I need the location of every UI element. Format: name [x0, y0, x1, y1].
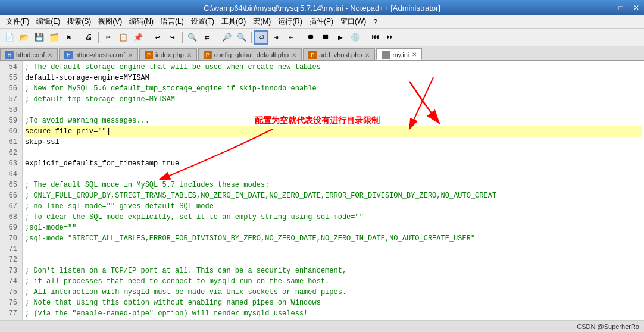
minimize-button[interactable]: － — [598, 0, 613, 15]
menu-plugins[interactable]: 插件(P) — [306, 15, 337, 28]
tab-close-config-global[interactable]: ✕ — [292, 52, 296, 58]
tb-indent[interactable]: ⇥ — [269, 30, 283, 45]
code-line-60: secure_file_priv=""| — [25, 126, 642, 137]
tab-close-index-php[interactable]: ✕ — [187, 52, 192, 58]
tab-close-add-vhost[interactable]: ✕ — [365, 52, 370, 58]
tab-httpd-conf[interactable]: H httpd.conf ✕ — [0, 48, 58, 60]
line-number-72: 72 — [2, 255, 17, 265]
tab-my-ini[interactable]: I my.ini ✕ — [376, 48, 422, 60]
menu-file[interactable]: 文件(F) — [2, 15, 33, 28]
tb-saveall[interactable]: 🗂️ — [47, 30, 61, 45]
tab-label-httpd-vhosts: httpd-vhosts.conf — [75, 51, 125, 58]
editor[interactable]: 5455565758596061626364656667686970717273… — [0, 61, 644, 320]
tb-macro-play[interactable]: ▶ — [333, 30, 348, 45]
code-line-59: ;To avoid warning messages... — [25, 115, 642, 126]
tb-redo[interactable]: ↪ — [165, 30, 180, 45]
line-number-60: 60 — [2, 126, 17, 137]
maximize-button[interactable]: □ — [613, 0, 629, 15]
code-line-67: ; no line sql-mode="" gives default SQL … — [25, 201, 642, 212]
tb-open[interactable]: 📂 — [17, 30, 32, 45]
line-number-69: 69 — [2, 223, 17, 233]
line-number-77: 77 — [2, 308, 17, 319]
menu-help[interactable]: ? — [370, 17, 381, 27]
line-number-73: 73 — [2, 265, 17, 276]
tabs-bar: H httpd.conf ✕ H httpd-vhosts.conf ✕ P i… — [0, 46, 644, 61]
code-line-74: ; if all processes that need to connect … — [25, 276, 642, 287]
code-line-62 — [25, 148, 642, 158]
code-line-57: ; default_tmp_storage_engine=MYISAM — [25, 94, 642, 105]
tb-wordwrap[interactable]: ⏎ — [254, 30, 268, 45]
tb-sep5 — [217, 32, 217, 43]
tb-paste[interactable]: 📌 — [131, 30, 145, 45]
tab-index-php[interactable]: P index.php ✕ — [139, 48, 197, 60]
code-line-61: skip-ssl — [25, 137, 642, 148]
tab-httpd-vhosts[interactable]: H httpd-vhosts.conf ✕ — [59, 48, 138, 60]
code-lines: ; The default storage engine that will b… — [23, 61, 644, 320]
code-line-63: explicit_defaults_for_timestamp=true — [25, 158, 642, 169]
menu-encoding[interactable]: 编码(N) — [126, 15, 157, 28]
tab-close-my-ini[interactable]: ✕ — [412, 51, 417, 58]
title-text: C:\wamp64\bin\mysql\mysql5.7.14\my.ini -… — [204, 4, 440, 12]
tb-macro-save[interactable]: 💿 — [348, 30, 362, 45]
tab-icon-httpd-vhosts: H — [64, 51, 73, 59]
menu-window[interactable]: 窗口(W) — [337, 15, 370, 28]
tb-macro-stop[interactable]: ⏹ — [318, 30, 333, 45]
tb-copy[interactable]: 📋 — [116, 30, 130, 45]
tb-find[interactable]: 🔍 — [185, 30, 199, 45]
title-bar-controls: － □ ✕ — [598, 0, 644, 15]
code-line-68: ; To clear the SQL mode explicitly, set … — [25, 212, 642, 223]
tb-unindent[interactable]: ⇤ — [284, 30, 298, 45]
code-line-58 — [25, 105, 642, 115]
tb-sep4 — [182, 32, 183, 43]
line-number-61: 61 — [2, 137, 17, 148]
tb-zoomout[interactable]: 🔍 — [235, 30, 249, 45]
tb-save[interactable]: 💾 — [32, 30, 46, 45]
title-bar: C:\wamp64\bin\mysql\mysql5.7.14\my.ini -… — [0, 0, 644, 15]
tb-zoomin[interactable]: 🔎 — [220, 30, 234, 45]
tab-icon-add-vhost: P — [308, 51, 317, 59]
menu-tools[interactable]: 工具(O) — [218, 15, 249, 28]
line-number-75: 75 — [2, 287, 17, 297]
menu-settings[interactable]: 设置(T) — [187, 15, 218, 28]
close-button[interactable]: ✕ — [629, 0, 644, 15]
line-number-70: 70 — [2, 233, 17, 244]
line-number-65: 65 — [2, 180, 17, 190]
tab-config-global[interactable]: P config_global_default.php ✕ — [198, 48, 302, 60]
line-number-67: 67 — [2, 201, 17, 212]
menu-run[interactable]: 运行(R) — [274, 15, 306, 28]
code-line-65: ; The default SQL mode in MySQL 5.7 incl… — [25, 180, 642, 190]
tb-undo[interactable]: ↩ — [151, 30, 165, 45]
menu-bar: 文件(F) 编辑(E) 搜索(S) 视图(V) 编码(N) 语言(L) 设置(T… — [0, 15, 644, 29]
line-number-54: 54 — [2, 62, 17, 73]
tb-print[interactable]: 🖨 — [82, 30, 96, 45]
line-number-76: 76 — [2, 297, 17, 308]
tab-add-vhost[interactable]: P add_vhost.php ✕ — [303, 48, 375, 60]
tb-close[interactable]: ✖ — [62, 30, 76, 45]
tab-close-httpd-conf[interactable]: ✕ — [48, 52, 52, 58]
tb-prev[interactable]: ⏮ — [368, 30, 382, 45]
code-line-77: ; (via the "enable-named-pipe" option) w… — [25, 308, 642, 319]
code-line-70: ;sql-mode="STRICT_ALL_TABLES,ERROR_FOR_D… — [25, 233, 642, 244]
menu-view[interactable]: 视图(V) — [95, 15, 126, 28]
tab-close-httpd-vhosts[interactable]: ✕ — [128, 52, 133, 58]
menu-language[interactable]: 语言(L) — [157, 15, 187, 28]
editor-content[interactable]: ; The default storage engine that will b… — [23, 61, 644, 320]
menu-macro[interactable]: 宏(M) — [249, 15, 274, 28]
tab-label-index-php: index.php — [155, 51, 184, 58]
tb-cut[interactable]: ✂ — [101, 30, 115, 45]
tb-next[interactable]: ⏭ — [383, 30, 397, 45]
line-number-71: 71 — [2, 244, 17, 255]
line-number-58: 58 — [2, 105, 17, 115]
line-number-64: 64 — [2, 169, 17, 180]
code-line-56: ; New for MySQL 5.6 default_tmp_storage_… — [25, 83, 642, 94]
status-watermark: CSDN @SuperherRo — [577, 323, 639, 330]
code-line-72 — [25, 255, 642, 265]
tb-sep3 — [148, 32, 148, 43]
menu-search[interactable]: 搜索(S) — [64, 15, 95, 28]
tb-macro-rec[interactable]: ⏺ — [304, 30, 318, 45]
code-line-66: ; ONLY_FULL_GROUP_BY,STRICT_TRANS_TABLES… — [25, 190, 642, 201]
line-number-63: 63 — [2, 158, 17, 169]
menu-edit[interactable]: 编辑(E) — [33, 15, 64, 28]
tb-replace[interactable]: ⇄ — [200, 30, 214, 45]
tb-new[interactable]: 📄 — [2, 30, 17, 45]
